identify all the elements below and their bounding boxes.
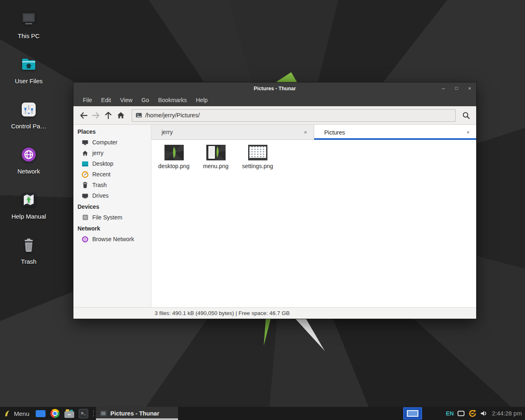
sidebar-header-network: Network xyxy=(73,223,151,234)
display-icon xyxy=(457,411,465,416)
menu-view[interactable]: View xyxy=(116,94,137,106)
display-tray-button[interactable] xyxy=(457,411,465,416)
desktop-icon-trash[interactable]: Trash xyxy=(4,235,53,281)
file-name: menu.png xyxy=(203,163,228,169)
user-files-folder-icon xyxy=(19,55,38,74)
status-bar: 3 files: 490.1 kB (490,050 bytes) | Free… xyxy=(73,307,476,319)
desktop-icon-column: This PC User Files xyxy=(4,10,53,281)
menu-bookmarks[interactable]: Bookmarks xyxy=(153,94,191,106)
menu-button-label: Menu xyxy=(14,410,30,417)
keyboard-layout-indicator[interactable]: EN xyxy=(446,410,454,417)
up-arrow-icon xyxy=(105,112,112,119)
sidebar-item-desktop[interactable]: Desktop xyxy=(73,158,151,169)
home-icon xyxy=(117,112,125,119)
sidebar-item-label: Drives xyxy=(92,192,109,199)
tab-close-icon[interactable]: × xyxy=(302,129,309,135)
workspace-switcher[interactable] xyxy=(403,407,422,420)
window-main: Places Computer xyxy=(73,125,476,307)
terminal-icon: >_ xyxy=(79,409,88,418)
menu-help[interactable]: Help xyxy=(192,94,212,106)
menu-png-thumbnail xyxy=(206,145,226,160)
file-name: desktop.png xyxy=(158,163,189,169)
sidebar-item-browse-network[interactable]: Browse Network xyxy=(73,234,151,244)
taskbar-window-label: Pictures - Thunar xyxy=(110,410,159,417)
file-menu-png[interactable]: menu.png xyxy=(195,145,237,169)
menu-edit[interactable]: Edit xyxy=(97,94,116,106)
tab-pictures[interactable]: Pictures × xyxy=(314,125,477,140)
sidebar-header-places: Places xyxy=(73,126,151,137)
tab-label: Pictures xyxy=(324,129,465,136)
file-manager-launcher[interactable] xyxy=(64,408,75,419)
sidebar-item-drives[interactable]: Drives xyxy=(73,190,151,201)
window-title: Pictures - Thunar xyxy=(119,86,431,91)
home-icon xyxy=(82,150,89,157)
file-desktop-png[interactable]: desktop.png xyxy=(153,145,195,169)
taskbar-clock[interactable]: 2:44:28 pm xyxy=(492,410,522,417)
show-desktop-button[interactable] xyxy=(35,408,46,419)
desktop-icon-help-manual[interactable]: Help Manual xyxy=(4,190,53,235)
show-desktop-icon xyxy=(36,410,46,417)
side-pane: Places Computer xyxy=(73,125,151,307)
close-button[interactable]: × xyxy=(463,82,476,94)
back-button[interactable] xyxy=(78,109,90,121)
back-arrow-icon xyxy=(80,112,88,119)
search-button[interactable] xyxy=(460,109,472,121)
browse-network-globe-icon xyxy=(82,236,89,243)
sidebar-item-file-system[interactable]: File System xyxy=(73,212,151,223)
hard-drive-icon xyxy=(82,214,89,221)
computer-icon xyxy=(82,139,89,146)
sidebar-item-jerry-home[interactable]: jerry xyxy=(73,148,151,158)
desktop-icon-this-pc[interactable]: This PC xyxy=(4,10,53,55)
tab-bar: jerry × Pictures × xyxy=(151,125,476,140)
desktop-icon-label: Trash xyxy=(21,258,37,265)
desktop-icon-control-panel[interactable]: Control Pa… xyxy=(4,100,53,145)
tab-jerry[interactable]: jerry × xyxy=(151,125,314,140)
network-globe-icon xyxy=(19,145,38,164)
desktop-icon-network[interactable]: Network xyxy=(4,145,53,190)
menu-button[interactable]: Menu xyxy=(0,407,32,420)
update-manager-tray-button[interactable] xyxy=(468,409,477,418)
file-settings-png[interactable]: settings.png xyxy=(237,145,278,169)
sidebar-item-label: File System xyxy=(92,214,122,221)
panel-handle[interactable] xyxy=(93,411,94,416)
distro-logo-icon xyxy=(3,410,11,417)
file-cabinet-icon xyxy=(64,409,74,418)
file-pane: jerry × Pictures × xyxy=(151,125,476,307)
browser-launcher[interactable] xyxy=(50,408,60,419)
window-toolbar: /home/jerry/Pictures/ xyxy=(73,106,476,125)
desktop-icon-user-files[interactable]: User Files xyxy=(4,55,53,100)
file-list-view[interactable]: desktop.png menu.png xyxy=(151,140,476,307)
forward-button[interactable] xyxy=(90,109,102,121)
desktop-icon-label: Control Pa… xyxy=(11,123,46,130)
address-path[interactable]: /home/jerry/Pictures/ xyxy=(145,112,200,119)
desktop-icon-label: Help Manual xyxy=(11,213,46,220)
sidebar-item-trash[interactable]: Trash xyxy=(73,180,151,190)
sidebar-item-label: Recent xyxy=(92,171,110,178)
tab-close-icon[interactable]: × xyxy=(465,129,471,135)
this-pc-icon xyxy=(19,10,38,29)
desktop-icon-label: Network xyxy=(17,168,40,175)
taskbar-window-button[interactable]: Pictures - Thunar xyxy=(96,407,178,420)
minimize-button[interactable]: – xyxy=(437,82,450,94)
terminal-launcher[interactable]: >_ xyxy=(78,408,89,419)
wallpaper-white-shard xyxy=(294,319,326,352)
menu-go[interactable]: Go xyxy=(137,94,154,106)
system-tray: EN 2:44:28 pm xyxy=(403,407,525,420)
speaker-icon xyxy=(480,410,487,417)
chrome-icon xyxy=(50,409,59,418)
sidebar-item-computer[interactable]: Computer xyxy=(73,137,151,148)
tab-label: jerry xyxy=(162,129,302,135)
address-bar[interactable]: /home/jerry/Pictures/ xyxy=(132,109,456,122)
desktop-icon-label: User Files xyxy=(15,78,43,84)
sidebar-item-recent[interactable]: Recent xyxy=(73,169,151,180)
desktop-screen: This PC User Files xyxy=(0,0,525,420)
sidebar-item-label: Trash xyxy=(92,182,107,188)
drives-icon xyxy=(82,192,89,199)
volume-tray-button[interactable] xyxy=(480,410,487,417)
menu-file[interactable]: File xyxy=(78,94,97,106)
window-titlebar[interactable]: Pictures - Thunar – □ × xyxy=(73,82,476,94)
up-button[interactable] xyxy=(102,109,114,121)
maximize-button[interactable]: □ xyxy=(450,82,463,94)
image-folder-icon xyxy=(136,113,142,118)
home-button[interactable] xyxy=(114,109,127,121)
